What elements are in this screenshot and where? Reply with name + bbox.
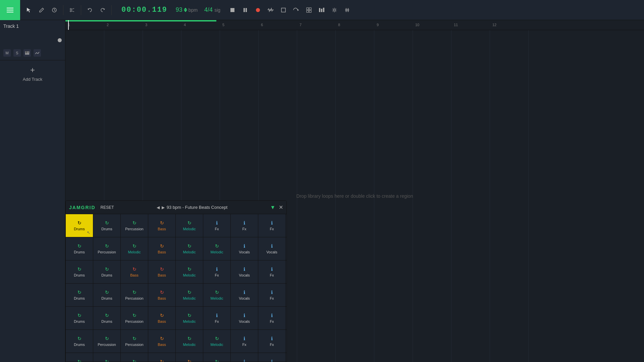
cell-icon-5-4: ↻ bbox=[187, 336, 192, 341]
library-button[interactable] bbox=[316, 5, 327, 15]
svg-rect-19 bbox=[321, 9, 322, 12]
jamgrid-cell-4-1[interactable]: ↻Drums bbox=[93, 307, 121, 329]
jamgrid-cell-5-3[interactable]: ↻Bass bbox=[148, 330, 176, 353]
jamgrid-cell-5-6[interactable]: ℹFx bbox=[231, 330, 258, 353]
track-volume-knob[interactable] bbox=[58, 38, 62, 42]
pause-button[interactable] bbox=[240, 5, 251, 15]
add-track-button[interactable]: + Add Track bbox=[0, 60, 65, 87]
jamgrid-cell-0-0[interactable]: ↻Drums↖ bbox=[66, 214, 93, 237]
jamgrid-cell-5-4[interactable]: ↻Melodic bbox=[176, 330, 203, 353]
menu-button[interactable] bbox=[0, 0, 20, 20]
stop-button[interactable] bbox=[227, 5, 238, 15]
jamgrid-cell-1-1[interactable]: ↻Percussion bbox=[93, 237, 121, 260]
jamgrid-cell-5-0[interactable]: ↻Drums bbox=[66, 330, 93, 353]
jamgrid-close-button[interactable]: ✕ bbox=[279, 204, 283, 210]
jamgrid-cell-3-4[interactable]: ↻Melodic bbox=[176, 284, 203, 306]
jamgrid-cell-6-0[interactable]: ↻Drums bbox=[66, 353, 93, 362]
jamgrid-cell-0-5[interactable]: ℹFx bbox=[203, 214, 231, 237]
cell-label-5-0: Drums bbox=[74, 343, 85, 347]
redo-button[interactable] bbox=[97, 5, 108, 15]
mute-button[interactable]: M bbox=[3, 49, 11, 57]
jamgrid-cell-0-4[interactable]: ↻Melodic bbox=[176, 214, 203, 237]
jamgrid-cell-6-4[interactable]: ↻Bass bbox=[176, 353, 203, 362]
jamgrid-cell-4-5[interactable]: ℹFx bbox=[203, 307, 231, 329]
pencil-tool-button[interactable] bbox=[36, 5, 47, 15]
jamgrid-cell-1-0[interactable]: ↻Drums bbox=[66, 237, 93, 260]
scissors-tool-button[interactable] bbox=[67, 5, 77, 15]
jamgrid-cell-2-1[interactable]: ↻Drums bbox=[93, 260, 121, 283]
loop-button[interactable] bbox=[291, 5, 302, 15]
jamgrid-cell-5-7[interactable]: ℹFx bbox=[258, 330, 286, 353]
jamgrid-cell-2-3[interactable]: ↻Bass bbox=[148, 260, 176, 283]
automation-button[interactable] bbox=[34, 49, 41, 57]
jamgrid-cell-1-7[interactable]: ℹVocals bbox=[258, 237, 286, 260]
jamgrid-cell-2-0[interactable]: ↻Drums bbox=[66, 260, 93, 283]
jamgrid-cell-3-6[interactable]: ℹVocals bbox=[231, 284, 258, 306]
jamgrid-cell-2-7[interactable]: ℹFx bbox=[258, 260, 286, 283]
jamgrid-cell-4-7[interactable]: ℹFx bbox=[258, 307, 286, 329]
jamgrid-cell-3-2[interactable]: ↻Percussion bbox=[121, 284, 148, 306]
jamgrid-cell-1-5[interactable]: ↻Melodic bbox=[203, 237, 231, 260]
jamgrid-cell-3-5[interactable]: ↻Melodic bbox=[203, 284, 231, 306]
jamgrid-cell-4-4[interactable]: ↻Melodic bbox=[176, 307, 203, 329]
waveform-button[interactable] bbox=[265, 5, 276, 15]
bpm-up-arrow[interactable] bbox=[184, 8, 187, 10]
cell-icon-5-0: ↻ bbox=[77, 336, 82, 341]
jamgrid-cell-5-1[interactable]: ↻Percussion bbox=[93, 330, 121, 353]
jamgrid-cell-6-6[interactable]: ℹVocals bbox=[231, 353, 258, 362]
cursor-tool-button[interactable] bbox=[23, 5, 34, 15]
jamgrid-cell-6-5[interactable]: ↻Melodic bbox=[203, 353, 231, 362]
hashtag-button[interactable] bbox=[342, 5, 353, 15]
jamgrid-cell-6-2[interactable]: ↻Melodic bbox=[121, 353, 148, 362]
jamgrid-cell-6-1[interactable]: ↻Percussion bbox=[93, 353, 121, 362]
jamgrid-cell-6-3[interactable]: ↻Bass bbox=[148, 353, 176, 362]
jamgrid-cell-3-7[interactable]: ℹFx bbox=[258, 284, 286, 306]
jamgrid-cell-1-4[interactable]: ↻Melodic bbox=[176, 237, 203, 260]
record-button[interactable] bbox=[253, 5, 263, 15]
jamgrid-cell-1-3[interactable]: ↻Bass bbox=[148, 237, 176, 260]
jamgrid-cell-4-0[interactable]: ↻Drums bbox=[66, 307, 93, 329]
jamgrid-cell-1-2[interactable]: ↻Melodic bbox=[121, 237, 148, 260]
grid-view-button[interactable] bbox=[304, 5, 314, 15]
jamgrid-dropdown-icon[interactable]: ▼ bbox=[270, 204, 275, 210]
jamgrid-cell-2-2[interactable]: ↻Bass bbox=[121, 260, 148, 283]
cell-icon-1-0: ↻ bbox=[77, 243, 82, 249]
bpm-control[interactable]: 93 bpm bbox=[172, 6, 201, 13]
bpm-arrows[interactable] bbox=[184, 8, 187, 12]
jamgrid-cell-4-3[interactable]: ↻Bass bbox=[148, 307, 176, 329]
jamgrid-cell-2-4[interactable]: ↻Melodic bbox=[176, 260, 203, 283]
jamgrid-cell-4-6[interactable]: ℹVocals bbox=[231, 307, 258, 329]
region-button[interactable] bbox=[278, 5, 289, 15]
cell-icon-0-0: ↻ bbox=[77, 220, 82, 226]
cell-icon-1-6: ℹ bbox=[244, 243, 245, 249]
jamgrid-cell-0-2[interactable]: ↻Percussion bbox=[121, 214, 148, 237]
bpm-down-arrow[interactable] bbox=[184, 10, 187, 12]
solo-button[interactable]: S bbox=[13, 49, 21, 57]
jamgrid-cell-4-2[interactable]: ↻Percussion bbox=[121, 307, 148, 329]
jamgrid-cell-6-7[interactable]: ℹFx bbox=[258, 353, 286, 362]
jamgrid-cell-3-1[interactable]: ↻Drums bbox=[93, 284, 121, 306]
jamgrid-cell-1-6[interactable]: ℹVocals bbox=[231, 237, 258, 260]
clock-tool-button[interactable] bbox=[49, 5, 60, 15]
jamgrid-cell-5-2[interactable]: ↻Percussion bbox=[121, 330, 148, 353]
cell-icon-3-7: ℹ bbox=[271, 290, 273, 295]
svg-marker-6 bbox=[88, 9, 89, 10]
jamgrid-cell-3-3[interactable]: ↻Bass bbox=[148, 284, 176, 306]
jamgrid-cell-0-7[interactable]: ℹFx bbox=[258, 214, 286, 237]
piano-roll-button[interactable] bbox=[23, 49, 31, 57]
jamgrid-cell-2-5[interactable]: ℹFx bbox=[203, 260, 231, 283]
cell-icon-6-1: ↻ bbox=[105, 359, 109, 362]
jamgrid-cell-0-6[interactable]: ℹFx bbox=[231, 214, 258, 237]
settings-button[interactable] bbox=[329, 5, 340, 15]
jamgrid-next-arrow[interactable]: ▶ bbox=[162, 205, 165, 210]
jamgrid-cell-5-5[interactable]: ↻Melodic bbox=[203, 330, 231, 353]
cell-label-3-0: Drums bbox=[74, 296, 85, 300]
jamgrid-reset-button[interactable]: RESET bbox=[101, 205, 114, 210]
jamgrid-cell-0-1[interactable]: ↻Drums bbox=[93, 214, 121, 237]
jamgrid-cell-2-6[interactable]: ℹVocals bbox=[231, 260, 258, 283]
jamgrid-cell-3-0[interactable]: ↻Drums bbox=[66, 284, 93, 306]
cell-label-2-4: Melodic bbox=[183, 273, 196, 277]
jamgrid-cell-0-3[interactable]: ↻Bass bbox=[148, 214, 176, 237]
jamgrid-prev-arrow[interactable]: ◀ bbox=[157, 205, 160, 210]
undo-button[interactable] bbox=[85, 5, 95, 15]
